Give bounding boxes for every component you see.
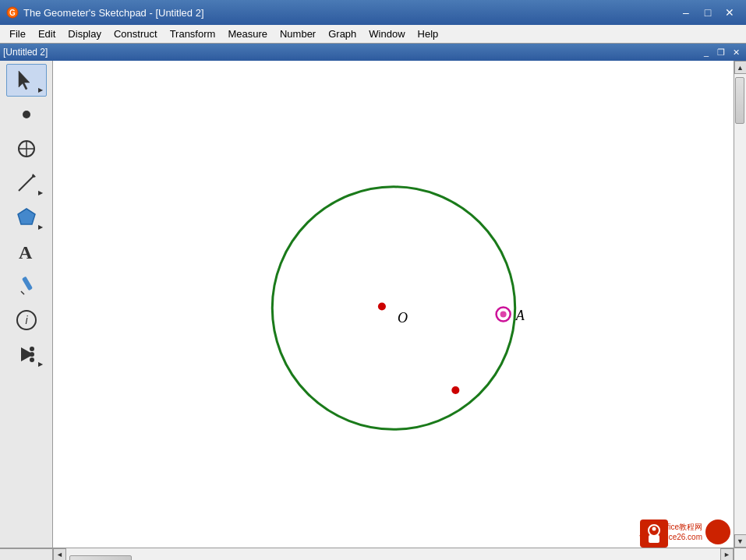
scroll-right-button[interactable]: ► — [720, 548, 734, 561]
scroll-up-button[interactable]: ▲ — [734, 61, 747, 74]
svg-marker-2 — [19, 71, 30, 90]
scroll-thumb-horizontal[interactable] — [69, 555, 132, 561]
scroll-track-vertical[interactable] — [734, 74, 746, 534]
inner-restore-button[interactable]: ❐ — [714, 46, 728, 58]
tool-point[interactable] — [6, 98, 47, 131]
canvas-area[interactable]: O A Office教程网 www.office26.com — [53, 61, 734, 548]
drawing-canvas: O A — [53, 61, 734, 548]
svg-line-7 — [19, 175, 34, 191]
inner-title-text: [Untitled 2] — [3, 47, 48, 58]
scroll-left-button[interactable]: ◄ — [53, 548, 66, 561]
inner-close-button[interactable]: ✕ — [729, 46, 743, 58]
circle-shape — [272, 187, 514, 429]
select-arrow-icon: ▶ — [38, 86, 43, 93]
svg-point-18 — [30, 347, 34, 351]
menu-edit[interactable]: Edit — [32, 26, 62, 41]
svg-text:G: G — [9, 9, 16, 17]
tool-marker[interactable] — [6, 269, 47, 302]
segment-arrow-icon: ▶ — [38, 189, 43, 196]
tool-info[interactable]: i — [6, 304, 47, 336]
title-bar-controls: – □ ✕ — [676, 5, 740, 20]
svg-rect-19 — [640, 519, 668, 548]
svg-point-16 — [30, 357, 34, 362]
svg-marker-9 — [18, 209, 35, 224]
scrollbar-corner-right — [734, 548, 746, 560]
tool-select[interactable]: ▶ — [6, 64, 47, 97]
svg-text:A: A — [19, 242, 33, 262]
inner-minimize-button[interactable]: _ — [699, 46, 713, 58]
scroll-down-button[interactable]: ▼ — [734, 534, 747, 548]
maximize-button[interactable]: □ — [698, 5, 718, 20]
point-o-label: O — [398, 310, 408, 326]
animation-arrow-icon: ▶ — [38, 361, 43, 368]
menu-construct[interactable]: Construct — [108, 26, 164, 41]
svg-point-17 — [30, 352, 34, 357]
svg-rect-11 — [21, 276, 32, 291]
menu-file[interactable]: File — [3, 26, 32, 41]
svg-line-12 — [21, 291, 24, 294]
svg-point-3 — [23, 111, 30, 118]
menu-help[interactable]: Help — [412, 26, 445, 41]
svg-point-22 — [652, 527, 656, 531]
workspace: ▶ ▶ — [0, 61, 746, 548]
close-button[interactable]: ✕ — [719, 5, 740, 20]
minimize-button[interactable]: – — [676, 5, 696, 20]
tool-compass[interactable] — [6, 132, 47, 165]
menu-graph[interactable]: Graph — [322, 26, 362, 41]
center-point — [378, 302, 386, 310]
tool-animation[interactable]: ▶ — [6, 338, 47, 371]
app-title: The Geometer's Sketchpad - [Untitled 2] — [23, 7, 204, 19]
polygon-arrow-icon: ▶ — [38, 224, 43, 231]
menu-bar: File Edit Display Construct Transform Me… — [0, 25, 746, 44]
inner-controls: _ ❐ ✕ — [699, 46, 743, 58]
menu-measure[interactable]: Measure — [221, 26, 274, 41]
point-bottom — [451, 386, 459, 394]
svg-rect-21 — [649, 535, 659, 543]
watermark-icon — [705, 519, 730, 544]
tool-segment[interactable]: ▶ — [6, 167, 47, 199]
horizontal-scrollbar-row: ◄ ► — [0, 548, 746, 560]
tool-text[interactable]: A — [6, 235, 47, 268]
menu-window[interactable]: Window — [362, 26, 411, 41]
title-bar: G The Geometer's Sketchpad - [Untitled 2… — [0, 0, 746, 25]
menu-number[interactable]: Number — [274, 26, 322, 41]
horizontal-scrollbar: ◄ ► — [53, 548, 734, 560]
scroll-thumb-vertical[interactable] — [735, 77, 744, 124]
inner-title-bar: [Untitled 2] _ ❐ ✕ — [0, 44, 746, 61]
scrollbar-corner-left — [0, 548, 53, 560]
svg-text:i: i — [25, 314, 28, 326]
point-a-inner — [500, 312, 507, 318]
point-a-label: A — [515, 308, 525, 323]
watermark: Office教程网 www.office26.com — [640, 519, 730, 544]
menu-transform[interactable]: Transform — [164, 26, 222, 41]
app-icon: G — [6, 6, 19, 19]
vertical-scrollbar: ▲ ▼ — [734, 61, 746, 548]
inner-window: [Untitled 2] _ ❐ ✕ ▶ — [0, 44, 746, 560]
menu-display[interactable]: Display — [62, 26, 108, 41]
tool-polygon[interactable]: ▶ — [6, 201, 47, 234]
toolbar: ▶ ▶ — [0, 61, 53, 548]
